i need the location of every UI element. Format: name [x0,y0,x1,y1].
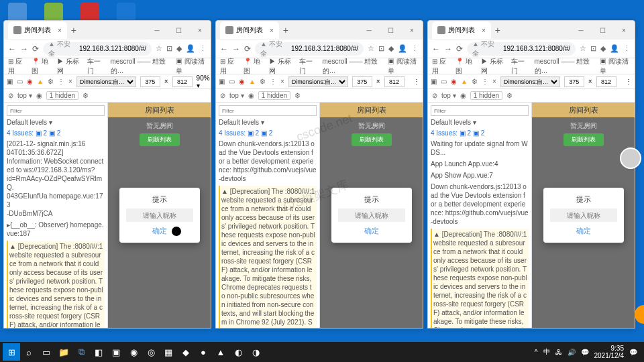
url-input[interactable]: ▲ 不安全 192.168.3.121:8080/#/ [255,42,364,56]
vscode-icon[interactable]: ⧉ [72,343,90,361]
reload-button[interactable]: ⟳ [244,44,251,54]
hidden-badge[interactable]: 1 hidden [258,91,290,100]
console-error-icon[interactable]: ◉ [27,78,33,85]
inspect-icon[interactable]: ▣ [219,78,225,85]
eye-icon[interactable]: ◉ [36,92,42,99]
apps-button[interactable]: ⊞ 应用 [220,57,238,76]
taskview-icon[interactable]: ▭ [38,343,55,361]
inspect-icon[interactable]: ▣ [431,78,437,85]
maximize-button[interactable]: ☐ [592,27,613,34]
star-icon[interactable]: ☆ [580,44,586,53]
extension-icon[interactable]: ⊡ [166,44,172,53]
terminal-icon[interactable]: ▣ [107,343,125,361]
settings-icon[interactable]: ⚙ [506,92,513,99]
profile-icon[interactable]: 👤 [610,44,619,53]
side-widget[interactable] [635,305,644,324]
tray-up-icon[interactable]: ^ [535,349,538,356]
back-button[interactable]: ← [8,44,16,54]
notifications-icon[interactable]: 💬 [629,349,637,356]
url-input[interactable]: ▲ 不安全 192.168.3.121:8080/#/ [43,42,152,56]
height-input[interactable] [384,76,405,87]
nickname-input[interactable] [550,208,617,222]
app-icon[interactable]: ● [195,343,212,361]
reload-button[interactable]: ⟳ [32,44,39,54]
inspect-icon[interactable]: ▣ [7,78,13,85]
bookmark-item[interactable]: mescroll —— 精致的… [323,57,383,76]
browser-tab[interactable]: 房间列表 × [220,21,279,39]
reading-list[interactable]: ▣ 阅读清单 [176,57,207,76]
height-input[interactable] [172,76,193,87]
forward-button[interactable]: → [232,44,240,54]
maximize-button[interactable]: ☐ [380,27,401,34]
new-tab-button[interactable]: + [495,25,500,36]
console-log-entry[interactable]: ▲ [Deprecation] The :8080/#/:1 website r… [7,241,105,328]
bookmark-item[interactable]: 车一门 [87,57,105,76]
app-icon[interactable]: ◐ [229,343,247,361]
more-icon[interactable]: ⋮ [482,78,488,85]
more-icon[interactable]: ⋮ [270,78,276,85]
more-icon[interactable]: ⋮ [413,78,420,85]
filter-input[interactable] [431,105,529,116]
bookmark-item[interactable]: ▶ 乐标网 [57,57,82,76]
edge-icon[interactable]: ◎ [142,343,160,361]
app-icon[interactable]: ◑ [247,343,264,361]
context-select[interactable]: top ▾ [229,92,244,99]
close-button[interactable]: × [613,27,635,34]
app-icon[interactable]: ◧ [90,343,107,361]
apps-button[interactable]: ⊞ 应用 [8,57,26,76]
console-warn-icon[interactable]: ▲ [37,78,44,85]
forward-button[interactable]: → [444,44,452,54]
explorer-icon[interactable]: 📁 [55,343,72,361]
settings-icon[interactable]: ⚙ [260,78,266,85]
device-icon[interactable]: ▭ [441,78,447,85]
context-select[interactable]: top ▾ [17,92,32,99]
clear-icon[interactable]: ⊘ [8,92,13,99]
eye-icon[interactable]: ◉ [248,92,254,99]
issues-link[interactable]: 4 Issues: ▣ 2 ▣ 2 [7,129,105,137]
close-devtools-icon[interactable]: × [68,78,72,85]
close-devtools-icon[interactable]: × [280,78,284,85]
extension-icon[interactable]: ◆ [176,44,182,53]
eye-icon[interactable]: ◉ [460,92,466,99]
filter-input[interactable] [219,105,317,116]
star-icon[interactable]: ☆ [368,44,374,53]
log-levels-select[interactable]: Default levels ▾ [431,118,529,127]
console-error-icon[interactable]: ◉ [239,78,245,85]
star-icon[interactable]: ☆ [156,44,162,53]
height-input[interactable] [596,76,616,87]
clear-icon[interactable]: ⊘ [432,92,437,99]
reload-button[interactable]: 刷新列表 [140,133,180,146]
extension-icon[interactable]: ◆ [388,44,394,53]
reload-button[interactable]: 刷新列表 [352,133,392,146]
reload-button[interactable]: 刷新列表 [564,133,604,146]
bookmark-item[interactable]: 📍 地图 [455,57,476,76]
start-button[interactable]: ⊞ [3,343,20,361]
clock[interactable]: 9:352021/12/4 [594,345,625,359]
app-icon[interactable]: ◆ [177,343,195,361]
filter-input[interactable] [7,105,105,116]
settings-icon[interactable]: ⚙ [48,78,54,85]
device-icon[interactable]: ▭ [229,78,235,85]
floating-avatar[interactable] [620,147,641,169]
clear-icon[interactable]: ⊘ [220,92,225,99]
width-input[interactable] [140,76,160,87]
url-input[interactable]: ▲ 不安全 192.168.3.121:8080/#/ [467,42,576,56]
bookmark-item[interactable]: ▶ 乐标网 [481,57,506,76]
nickname-input[interactable] [338,208,405,222]
menu-icon[interactable]: ⋮ [623,44,631,53]
bookmark-item[interactable]: ▶ 乐标网 [269,57,294,76]
console-log-entry[interactable]: Down chunk-vendors.js:12013 oad the Vue … [431,182,529,226]
bookmark-item[interactable]: 车一门 [299,57,317,76]
device-icon[interactable]: ▭ [17,78,23,85]
close-tab-icon[interactable]: × [482,27,486,34]
menu-icon[interactable]: ⋮ [199,44,207,53]
menu-icon[interactable]: ⋮ [411,44,419,53]
settings-icon[interactable]: ⚙ [83,92,89,99]
more-icon[interactable]: ⋮ [58,78,64,85]
console-log-entry[interactable]: App Show App.vue:7 [431,171,529,180]
width-input[interactable] [564,76,584,87]
minimize-button[interactable]: ─ [570,27,592,34]
profile-icon[interactable]: 👤 [398,44,407,53]
network-icon[interactable]: 🖧 [555,349,562,356]
bookmark-item[interactable]: 📍 地图 [244,57,264,76]
